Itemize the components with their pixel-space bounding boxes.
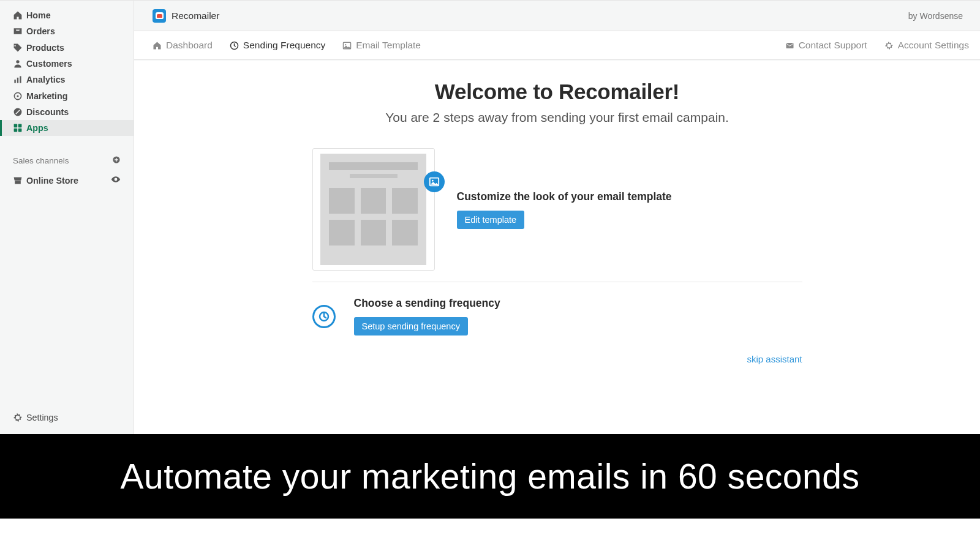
divider bbox=[312, 282, 802, 282]
tab-dashboard[interactable]: Dashboard bbox=[153, 40, 213, 51]
image-icon bbox=[424, 171, 445, 192]
clock-icon bbox=[312, 305, 336, 328]
main: Recomailer by Wordsense Dashboard Sendin… bbox=[134, 0, 980, 434]
sidebar-item-label: Discounts bbox=[26, 107, 69, 117]
tab-account-settings[interactable]: Account Settings bbox=[884, 40, 969, 51]
app-vendor: by Wordsense bbox=[908, 11, 963, 21]
svg-rect-6 bbox=[14, 124, 18, 128]
clock-icon bbox=[230, 41, 239, 50]
sidebar-section-channels: Sales channels bbox=[0, 156, 134, 166]
sidebar-item-marketing[interactable]: Marketing bbox=[0, 88, 134, 103]
app-header: Recomailer by Wordsense bbox=[134, 1, 980, 31]
inbox-icon bbox=[13, 26, 26, 36]
svg-point-13 bbox=[345, 43, 346, 45]
sidebar-bottom: Settings bbox=[0, 410, 134, 425]
sidebar-item-home[interactable]: Home bbox=[0, 7, 134, 23]
svg-rect-14 bbox=[786, 43, 793, 48]
home-icon bbox=[153, 41, 162, 50]
step-frequency: Choose a sending frequency Setup sending… bbox=[312, 293, 802, 347]
svg-point-4 bbox=[17, 95, 18, 97]
megaphone-icon bbox=[13, 91, 26, 101]
svg-rect-2 bbox=[17, 78, 18, 83]
sidebar-item-analytics[interactable]: Analytics bbox=[0, 72, 134, 88]
tab-label: Contact Support bbox=[799, 40, 867, 51]
step-title: Choose a sending frequency bbox=[354, 297, 500, 310]
tab-contact-support[interactable]: Contact Support bbox=[785, 40, 867, 51]
tab-label: Email Template bbox=[356, 40, 421, 51]
sidebar-item-orders[interactable]: Orders bbox=[0, 23, 134, 39]
footer-caption-text: Automate your marketing emails in 60 sec… bbox=[121, 456, 860, 497]
svg-rect-9 bbox=[18, 129, 22, 132]
user-icon bbox=[13, 59, 26, 69]
discount-icon bbox=[13, 107, 26, 117]
sidebar-item-discounts[interactable]: Discounts bbox=[0, 104, 134, 120]
step-customize: Customize the look of your email templat… bbox=[312, 148, 802, 282]
footer-caption: Automate your marketing emails in 60 sec… bbox=[0, 434, 980, 519]
sidebar-item-label: Marketing bbox=[26, 91, 68, 101]
tab-email-template[interactable]: Email Template bbox=[342, 40, 421, 51]
settings-label: Settings bbox=[26, 413, 58, 422]
sidebar-item-label: Customers bbox=[26, 59, 72, 69]
sidebar-item-settings[interactable]: Settings bbox=[0, 410, 134, 425]
tab-sending-frequency[interactable]: Sending Frequency bbox=[230, 40, 325, 51]
store-icon bbox=[13, 176, 26, 186]
home-icon bbox=[13, 10, 26, 20]
sidebar: Home Orders Products Customers Analytics… bbox=[0, 0, 134, 434]
plus-icon[interactable] bbox=[112, 156, 121, 166]
tab-label: Account Settings bbox=[898, 40, 969, 51]
svg-rect-3 bbox=[20, 77, 21, 83]
envelope-icon bbox=[785, 41, 794, 50]
gear-icon bbox=[13, 413, 26, 422]
setup-sending-frequency-button[interactable]: Setup sending frequency bbox=[354, 317, 468, 335]
content: Welcome to Recomailer! You are 2 steps a… bbox=[134, 61, 980, 434]
channel-label: Online Store bbox=[26, 176, 78, 186]
template-preview bbox=[312, 148, 435, 271]
svg-rect-7 bbox=[18, 124, 22, 128]
edit-template-button[interactable]: Edit template bbox=[457, 211, 525, 229]
tag-icon bbox=[13, 43, 26, 53]
app-logo-icon bbox=[153, 9, 166, 23]
sidebar-item-label: Apps bbox=[26, 123, 48, 133]
app-name: Recomailer bbox=[172, 10, 219, 21]
steps: Customize the look of your email templat… bbox=[312, 148, 802, 365]
svg-rect-1 bbox=[14, 80, 15, 83]
svg-point-0 bbox=[16, 60, 19, 63]
app-brand: Recomailer bbox=[153, 9, 219, 23]
skip-assistant-link[interactable]: skip assistant bbox=[747, 354, 802, 364]
sidebar-item-apps[interactable]: Apps bbox=[0, 120, 134, 136]
analytics-icon bbox=[13, 75, 26, 84]
welcome-subtitle: You are 2 steps away from sending your f… bbox=[134, 110, 980, 125]
sidebar-item-label: Home bbox=[26, 10, 51, 20]
channels-header-label: Sales channels bbox=[13, 156, 69, 165]
svg-rect-8 bbox=[14, 129, 18, 132]
sidebar-channel-onlinestore[interactable]: Online Store bbox=[0, 172, 134, 188]
tab-label: Sending Frequency bbox=[243, 40, 325, 51]
sidebar-item-products[interactable]: Products bbox=[0, 40, 134, 56]
step-title: Customize the look of your email templat… bbox=[457, 190, 672, 203]
sidebar-item-label: Products bbox=[26, 43, 64, 53]
sidebar-item-customers[interactable]: Customers bbox=[0, 56, 134, 72]
image-icon bbox=[342, 41, 352, 50]
tabbar: Dashboard Sending Frequency Email Templa… bbox=[134, 31, 980, 60]
eye-icon[interactable] bbox=[111, 174, 121, 186]
sidebar-item-label: Orders bbox=[26, 26, 55, 36]
welcome-title: Welcome to Recomailer! bbox=[134, 80, 980, 104]
gear-icon bbox=[884, 41, 894, 50]
sidebar-item-label: Analytics bbox=[26, 75, 66, 84]
apps-icon bbox=[13, 123, 26, 133]
welcome-block: Welcome to Recomailer! You are 2 steps a… bbox=[134, 80, 980, 125]
svg-point-16 bbox=[431, 180, 433, 182]
tab-label: Dashboard bbox=[166, 40, 213, 51]
